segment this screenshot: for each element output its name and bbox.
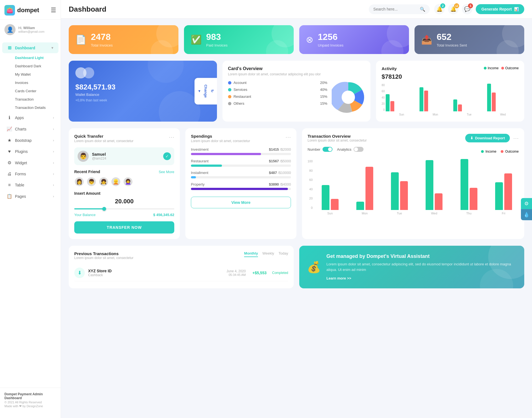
apps-icon: ℹ <box>7 115 12 120</box>
tx-more-icon[interactable]: ⋯ <box>513 135 519 142</box>
view-more-button[interactable]: View More <box>191 197 291 208</box>
chevron-right-icon3: › <box>53 139 54 142</box>
sidebar-item-plugins[interactable]: ♥ Plugins › <box>2 146 58 157</box>
tx-name: XYZ Store ID <box>88 269 112 273</box>
bar-sun-income <box>386 94 390 111</box>
transfer-now-button[interactable]: TRANSFER NOW <box>74 221 174 234</box>
chevron-right-icon2: › <box>53 127 54 131</box>
quick-transfer-header: Quick Transfer Lorem ipsum dolor sit ame… <box>74 134 174 143</box>
tx-wed-income <box>426 160 433 210</box>
total-sent-icon: 📤 <box>421 34 432 45</box>
outcome-dot <box>501 67 504 70</box>
wallet-icon-btn[interactable]: 🔔 2 <box>434 4 445 14</box>
tx-thu-income <box>461 159 468 210</box>
cards-overview-body: Account 20% Services 40% Restaurant 15% <box>228 81 365 114</box>
tx-bars-tue <box>391 172 408 210</box>
chat-icon-btn[interactable]: 💬 5 <box>462 4 472 14</box>
spending-installment-row: Installment $487 /$10000 <box>191 171 291 175</box>
va-icon: 💰 <box>307 261 321 274</box>
friend-3[interactable]: 👧 <box>99 177 109 187</box>
sidebar-item-widget[interactable]: ⚙ Widget › <box>2 157 58 168</box>
chevron-right-icon5: › <box>53 161 54 165</box>
wallet-label: Wallet Balance <box>75 93 210 97</box>
tx-col-thu: Thu <box>454 159 484 215</box>
tab-monthly[interactable]: Monthly <box>244 251 258 257</box>
prev-tx-header: Previous Transactions Lorem ipsum dolor … <box>74 251 288 261</box>
amount-slider[interactable] <box>74 208 174 209</box>
sidebar-item-cards-center[interactable]: Cards Center <box>13 87 61 95</box>
chevron-right-icon7: › <box>53 183 54 187</box>
tab-today[interactable]: Today <box>278 251 288 257</box>
chevron-right-icon6: › <box>53 172 54 176</box>
change-button[interactable]: ↻ Change ▾ <box>195 78 217 104</box>
tx-time: 05:34:45 AM <box>227 273 246 276</box>
number-toggle[interactable] <box>323 147 332 152</box>
sidebar-item-forms[interactable]: 🖨 Forms › <box>2 169 58 179</box>
pages-icon: 📋 <box>7 194 12 199</box>
tx-col-tue: Tue <box>384 172 415 215</box>
water-float-button[interactable]: 💧 <box>521 209 532 220</box>
forms-icon: 🖨 <box>7 171 12 176</box>
sidebar-item-my-wallet[interactable]: My Wallet <box>13 70 61 78</box>
tx-cashback-icon: ⬇ <box>74 268 85 278</box>
sidebar-item-transaction[interactable]: Transaction <box>13 95 61 103</box>
unpaid-invoices-value: 1256 <box>318 32 344 42</box>
friend-4[interactable]: 👱 <box>111 177 121 187</box>
activity-bar-chart: 806040200 <box>382 84 519 116</box>
sidebar-item-dashboard-light[interactable]: Dashboard Light <box>13 54 61 62</box>
sidebar-item-charts[interactable]: 📈 Charts › <box>2 124 58 134</box>
friend-2[interactable]: 👦 <box>86 177 96 187</box>
sidebar-item-dashboard-dark[interactable]: Dashboard Dark <box>13 62 61 70</box>
sidebar-item-table[interactable]: ≡ Table › <box>2 180 58 190</box>
mc-right-circle <box>83 67 94 78</box>
tx-label-tue: Tue <box>397 212 402 215</box>
sidebar-item-transaction-details[interactable]: Transaction Details <box>13 104 61 112</box>
generate-report-button[interactable]: Generate Report 📊 <box>476 4 524 14</box>
bar-tue-outcome <box>458 104 462 111</box>
bar-mon-income <box>420 87 423 111</box>
sidebar-item-dashboard[interactable]: ⊞ Dashboard ▼ <box>2 42 58 53</box>
quick-transfer-title: Quick Transfer <box>74 134 133 139</box>
settings-float-button[interactable]: ⚙ <box>521 198 532 209</box>
prev-transactions-card: Previous Transactions Lorem ipsum dolor … <box>69 246 294 288</box>
spending-restaurant-label: Restaurant <box>191 159 209 163</box>
friend-1[interactable]: 👩 <box>74 177 84 187</box>
spending-property-row: Property $3890 /$4000 <box>191 182 291 186</box>
middle-row: $824,571.93 Wallet Balance +0,8% than la… <box>69 61 524 122</box>
logo-emoji: 👛 <box>6 7 13 14</box>
sidebar-item-apps[interactable]: ℹ Apps › <box>2 112 58 123</box>
paid-invoices-value: 983 <box>206 32 227 42</box>
total-sent-value: 652 <box>437 32 467 42</box>
tx-bars-wed <box>426 160 443 210</box>
tx-wed-outcome <box>435 193 443 210</box>
sidebar-item-bootstrap[interactable]: ★ Bootstrap › <box>2 135 58 146</box>
more-options-icon[interactable]: ⋯ <box>169 134 174 140</box>
logo-icon: 👛 <box>4 5 15 16</box>
label-wed: Wed <box>487 113 519 116</box>
hamburger-icon[interactable]: ☰ <box>51 7 56 14</box>
water-icon: 💧 <box>523 212 530 218</box>
user-email: william@gmail.com <box>18 30 44 33</box>
sidebar-item-invoices[interactable]: Invoices <box>13 79 61 87</box>
user-greeting: Hi, William <box>18 26 44 30</box>
sidebar-footer: Dompet Payment Admin Dashboard © 2021 Al… <box>0 388 61 412</box>
bell-icon-btn[interactable]: 🔔 12 <box>448 4 459 14</box>
tab-weekly[interactable]: Weekly <box>262 251 274 257</box>
legend-label-restaurant: Restaurant <box>234 94 251 99</box>
cards-legend: Account 20% Services 40% Restaurant 15% <box>228 81 328 114</box>
tx-type: Cashback <box>88 273 112 277</box>
restaurant-progress <box>191 165 291 167</box>
legend-account: Account 20% <box>228 81 328 85</box>
spendings-more-icon[interactable]: ⋯ <box>285 134 291 140</box>
stat-content-unpaid: 1256 Unpaid Invoices <box>318 32 344 47</box>
download-report-button[interactable]: ⬇ Download Report <box>465 134 510 142</box>
va-learn-more-link[interactable]: Learn more >> <box>326 276 351 280</box>
analytics-toggle[interactable] <box>354 147 364 152</box>
legend-restaurant: Restaurant 15% <box>228 94 328 99</box>
tx-legend-outcome: Outcome <box>501 150 519 153</box>
friend-5[interactable]: 👩‍🦱 <box>123 177 133 187</box>
sidebar-item-pages[interactable]: 📋 Pages › <box>2 191 58 202</box>
tx-date: June 4, 2020 05:34:45 AM <box>227 269 246 276</box>
see-all-button[interactable]: See More <box>159 170 174 174</box>
search-input[interactable] <box>373 7 418 11</box>
